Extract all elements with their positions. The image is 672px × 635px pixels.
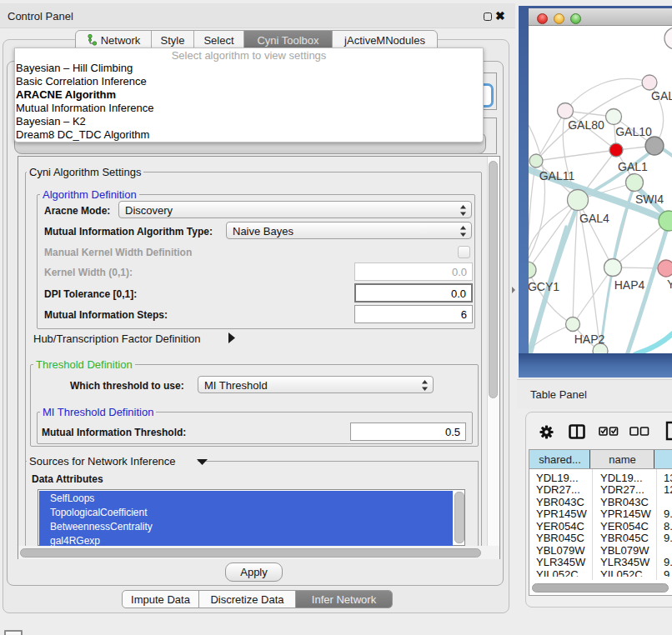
svg-text:GAL11: GAL11	[539, 169, 575, 182]
svg-text:GAL7: GAL7	[651, 89, 672, 102]
svg-text:GAL1: GAL1	[618, 160, 648, 173]
svg-text:GAL4: GAL4	[579, 212, 609, 225]
svg-text:GAL10: GAL10	[615, 125, 652, 138]
svg-text:HAP4: HAP4	[614, 278, 645, 292]
svg-text:Y: Y	[667, 278, 672, 291]
svg-text:SWI4: SWI4	[635, 192, 664, 206]
svg-text:GCY1: GCY1	[529, 280, 559, 293]
svg-text:HAP2: HAP2	[574, 332, 605, 346]
svg-text:GAL80: GAL80	[568, 118, 604, 132]
